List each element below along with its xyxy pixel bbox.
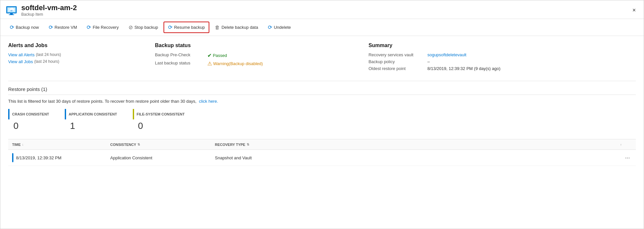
top-panels: Alerts and Jobs View all Alerts (last 24…	[8, 43, 636, 73]
undelete-label: Undelete	[274, 25, 291, 30]
backup-now-icon: ⟳	[10, 24, 14, 30]
filter-text-row: This list is filtered for last 30 days o…	[8, 99, 636, 104]
filesystem-consistent-counter: FILE-SYSTEM CONSISTENT 0	[133, 109, 185, 131]
cell-recovery: Snapshot and Vault	[211, 155, 616, 160]
col-recovery-type: RECOVERY TYPE ⇅	[211, 142, 616, 147]
view-jobs-link[interactable]: View all Jobs	[8, 59, 33, 64]
delete-backup-icon: 🗑	[215, 25, 220, 30]
stop-backup-button[interactable]: ⊘ Stop backup	[124, 22, 162, 33]
content-area: Alerts and Jobs View all Alerts (last 24…	[0, 36, 644, 172]
view-alerts-link[interactable]: View all Alerts	[8, 52, 35, 57]
actions-sort-icon: ↑	[620, 143, 622, 147]
vault-link[interactable]: sogupsoftdeletevault	[427, 52, 466, 57]
recovery-sort-icon[interactable]: ⇅	[247, 143, 249, 146]
filesystem-bar	[133, 109, 134, 119]
resume-backup-label: Resume backup	[174, 25, 205, 30]
row-indicator	[12, 153, 13, 162]
section-divider	[8, 81, 636, 81]
cell-consistency: Application Consistent	[106, 155, 211, 160]
col-consistency: CONSISTENCY ⇅	[106, 142, 211, 147]
warning-icon: ⚠	[207, 61, 212, 67]
app-consistent-counter: APPLICATION CONSISTENT 1	[65, 109, 117, 131]
oldest-label: Oldest restore point	[369, 66, 427, 71]
summary-panel: Summary Recovery services vault sogupsof…	[369, 43, 636, 73]
col-consistency-label: CONSISTENCY	[110, 143, 136, 147]
view-alerts-sub: (last 24 hours)	[36, 52, 61, 57]
last-backup-label: Last backup status	[155, 61, 207, 65]
filter-link[interactable]: click here.	[199, 99, 218, 104]
filter-text-content: This list is filtered for last 30 days o…	[8, 99, 197, 104]
resume-backup-button[interactable]: ⟳ Resume backup	[164, 22, 209, 33]
header: softdel-vm-am-2 Backup Item ×	[0, 0, 644, 19]
table-header: TIME ↓ CONSISTENCY ⇅ RECOVERY TYPE ⇅ ↑	[8, 139, 636, 150]
backup-status-panel: Backup status Backup Pre-Check ✔ Passed …	[155, 43, 356, 73]
undelete-icon: ⟳	[268, 24, 272, 30]
filesystem-value: 0	[138, 121, 143, 131]
col-recovery-label: RECOVERY TYPE	[215, 143, 245, 147]
backup-now-button[interactable]: ⟳ Backup now	[6, 22, 43, 33]
main-window: softdel-vm-am-2 Backup Item × ⟳ Backup n…	[0, 0, 644, 229]
table-row: 8/13/2019, 12:39:32 PM Application Consi…	[8, 150, 636, 166]
restore-vm-icon: ⟳	[49, 24, 53, 30]
stop-backup-label: Stop backup	[134, 25, 158, 30]
col-time-label: TIME	[12, 143, 21, 147]
page-title: softdel-vm-am-2	[21, 4, 77, 12]
delete-backup-label: Delete backup data	[221, 25, 258, 30]
row-recovery-value: Snapshot and Vault	[215, 155, 252, 160]
last-backup-text: Warning(Backup disabled)	[213, 61, 263, 66]
view-jobs-sub: (last 24 hours)	[34, 59, 60, 64]
view-alerts-row: View all Alerts (last 24 hours)	[8, 52, 142, 57]
app-bar	[65, 109, 66, 119]
crash-bar	[8, 109, 9, 119]
crash-label: CRASH CONSISTENT	[12, 112, 49, 116]
app-value: 1	[70, 121, 75, 131]
row-consistency-value: Application Consistent	[110, 155, 152, 160]
cell-time: 8/13/2019, 12:39:32 PM	[8, 153, 106, 162]
backup-now-label: Backup now	[16, 25, 39, 30]
time-sort-icon[interactable]: ↓	[22, 143, 24, 146]
restore-points-title: Restore points (1)	[8, 86, 636, 95]
precheck-label: Backup Pre-Check	[155, 52, 207, 57]
row-more-button[interactable]: ···	[623, 154, 632, 162]
cell-actions: ···	[616, 154, 636, 162]
crash-value: 0	[13, 121, 19, 131]
page-subtitle: Backup Item	[21, 12, 77, 17]
vm-icon	[6, 4, 17, 16]
toolbar: ⟳ Backup now ⟳ Restore VM ⟳ File Recover…	[0, 19, 644, 36]
consistency-sort-icon[interactable]: ⇅	[137, 143, 140, 146]
alerts-jobs-panel: Alerts and Jobs View all Alerts (last 24…	[8, 43, 142, 73]
oldest-value: 8/13/2019, 12:39:32 PM (9 day(s) ago)	[427, 66, 500, 71]
vault-label: Recovery services vault	[369, 52, 427, 57]
oldest-row: Oldest restore point 8/13/2019, 12:39:32…	[369, 66, 636, 71]
col-actions: ↑	[616, 142, 636, 147]
last-backup-value: ⚠ Warning(Backup disabled)	[207, 61, 263, 67]
file-recovery-button[interactable]: ⟳ File Recovery	[82, 22, 123, 33]
counters-row: CRASH CONSISTENT 0 APPLICATION CONSISTEN…	[8, 109, 636, 131]
precheck-value: ✔ Passed	[207, 52, 227, 59]
row-time-value: 8/13/2019, 12:39:32 PM	[16, 155, 61, 160]
file-recovery-label: File Recovery	[93, 25, 118, 30]
restore-vm-label: Restore VM	[55, 25, 77, 30]
policy-value: –	[427, 59, 430, 64]
restore-vm-button[interactable]: ⟳ Restore VM	[44, 22, 81, 33]
check-icon: ✔	[207, 52, 212, 59]
restore-points-table: TIME ↓ CONSISTENCY ⇅ RECOVERY TYPE ⇅ ↑	[8, 139, 636, 166]
policy-row: Backup policy –	[369, 59, 636, 64]
undelete-button[interactable]: ⟳ Undelete	[264, 22, 295, 33]
backup-status-title: Backup status	[155, 43, 356, 48]
restore-points-section: Restore points (1) This list is filtered…	[8, 86, 636, 166]
file-recovery-icon: ⟳	[87, 24, 91, 30]
filesystem-label: FILE-SYSTEM CONSISTENT	[137, 112, 185, 116]
resume-backup-icon: ⟳	[168, 24, 172, 30]
crash-consistent-counter: CRASH CONSISTENT 0	[8, 109, 49, 131]
precheck-text: Passed	[213, 53, 227, 58]
policy-label: Backup policy	[369, 59, 427, 64]
view-jobs-row: View all Jobs (last 24 hours)	[8, 59, 142, 64]
last-backup-row: Last backup status ⚠ Warning(Backup disa…	[155, 61, 356, 67]
delete-backup-button[interactable]: 🗑 Delete backup data	[211, 22, 262, 32]
close-button[interactable]: ×	[630, 6, 638, 15]
summary-title: Summary	[369, 43, 636, 48]
precheck-row: Backup Pre-Check ✔ Passed	[155, 52, 356, 59]
vault-row: Recovery services vault sogupsoftdeletev…	[369, 52, 636, 57]
svg-rect-4	[9, 14, 14, 15]
